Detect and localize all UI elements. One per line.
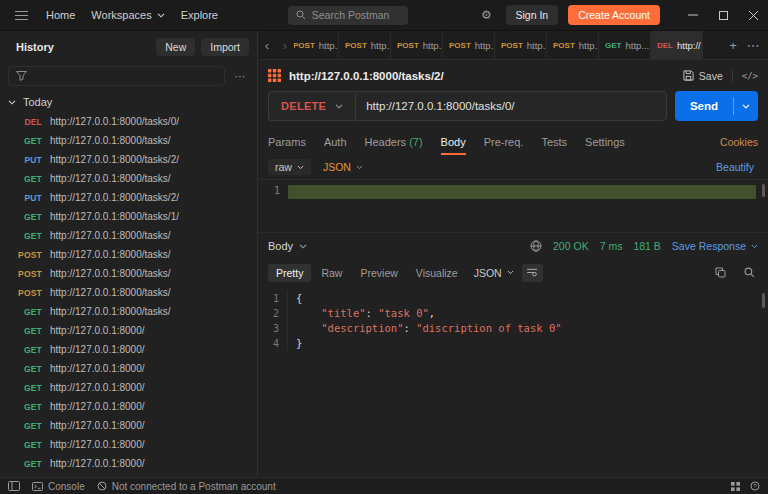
response-language-select[interactable]: JSON (474, 267, 514, 279)
history-more-icon[interactable]: ⋯ (231, 67, 249, 85)
request-tab-item[interactable]: DEL http:// (651, 31, 703, 59)
tab-options-icon[interactable]: ⋯ (744, 36, 762, 54)
history-item[interactable]: POST http://127.0.0.1:8000/tasks/ (0, 283, 257, 302)
send-button[interactable]: Send (675, 91, 733, 121)
tab-scroll-right-icon[interactable]: › (276, 31, 294, 59)
filter-icon (16, 71, 27, 81)
history-item-method: GET (14, 212, 42, 222)
request-tab-item[interactable]: GET http... (599, 31, 651, 59)
request-tab[interactable]: Body (441, 136, 466, 148)
response-body-viewer[interactable]: 1 { 2 "title": "task 0", 3 "description"… (258, 286, 768, 477)
request-tab[interactable]: Params (268, 136, 306, 148)
code-snippet-icon[interactable]: </> (742, 71, 758, 81)
url-row: DELETE Send (258, 91, 768, 129)
history-item[interactable]: DEL http://127.0.0.1:8000/tasks/0/ (0, 112, 257, 131)
sign-in-button[interactable]: Sign In (506, 5, 559, 25)
history-item[interactable]: GET http://127.0.0.1:8000/tasks/1/ (0, 207, 257, 226)
history-item[interactable]: GET http://127.0.0.1:8000/ (0, 378, 257, 397)
nav-workspaces[interactable]: Workspaces (91, 9, 164, 21)
history-item[interactable]: GET http://127.0.0.1:8000/tasks/ (0, 131, 257, 150)
history-item[interactable]: GET http://127.0.0.1:8000/tasks/ (0, 169, 257, 188)
help-icon[interactable]: ? (750, 481, 760, 491)
tab-method: POST (449, 41, 471, 50)
history-item-method: PUT (14, 155, 42, 165)
tab-scroll-left-icon[interactable]: ‹ (258, 31, 276, 59)
history-item[interactable]: GET http://127.0.0.1:8000/ (0, 340, 257, 359)
history-filter-input[interactable] (33, 70, 217, 82)
history-item[interactable]: PUT http://127.0.0.1:8000/tasks/2/ (0, 150, 257, 169)
copy-icon[interactable] (711, 264, 729, 282)
two-pane-icon[interactable] (731, 482, 740, 491)
nav-home[interactable]: Home (46, 9, 75, 21)
request-tab-item[interactable]: POST http... (339, 31, 391, 59)
new-button[interactable]: New (156, 38, 195, 56)
close-icon[interactable] (738, 0, 768, 30)
response-tab[interactable]: Pretty (268, 264, 311, 282)
request-body-editor[interactable]: 1 (258, 179, 768, 232)
history-item[interactable]: PUT http://127.0.0.1:8000/tasks/2/ (0, 188, 257, 207)
request-tab[interactable]: Auth (324, 136, 347, 148)
history-item[interactable]: GET http://127.0.0.1:8000/ (0, 397, 257, 416)
history-item-url: http://127.0.0.1:8000/tasks/ (50, 135, 171, 146)
maximize-icon[interactable] (708, 0, 738, 30)
history-item[interactable]: GET http://127.0.0.1:8000/tasks/ (0, 302, 257, 321)
body-format-row: raw JSON Beautify (258, 155, 768, 179)
request-tab-item[interactable]: POST http... (391, 31, 443, 59)
minimize-icon[interactable] (678, 0, 708, 30)
editor-scrollbar[interactable] (762, 184, 765, 197)
history-item[interactable]: POST http://127.0.0.1:8000/tasks/ (0, 245, 257, 264)
history-item[interactable]: GET http://127.0.0.1:8000/ (0, 359, 257, 378)
wrap-line-icon[interactable] (522, 264, 543, 282)
menu-icon[interactable] (12, 6, 30, 24)
save-response-button[interactable]: Save Response (672, 240, 758, 252)
search-postman-box[interactable]: Search Postman (288, 6, 408, 25)
response-tab[interactable]: Preview (352, 264, 405, 282)
method-label: DELETE (281, 100, 326, 112)
response-scrollbar[interactable] (762, 293, 765, 308)
cookies-link[interactable]: Cookies (720, 136, 758, 148)
body-language-select[interactable]: JSON (323, 161, 363, 173)
request-tab[interactable]: Pre-req. (484, 136, 524, 148)
method-select[interactable]: DELETE (268, 91, 355, 121)
settings-gear-icon[interactable]: ⚙ (478, 6, 496, 24)
console-icon (32, 482, 43, 491)
request-tab-item[interactable]: POST http... (547, 31, 599, 59)
chevron-down-icon (356, 165, 363, 170)
console-button[interactable]: Console (32, 481, 85, 492)
create-account-button[interactable]: Create Account (568, 5, 660, 25)
request-tab[interactable]: Headers (7) (365, 136, 423, 148)
history-item-url: http://127.0.0.1:8000/ (50, 401, 145, 412)
history-group-today[interactable]: Today (0, 92, 257, 112)
url-input[interactable] (355, 91, 667, 121)
history-item[interactable]: GET http://127.0.0.1:8000/ (0, 321, 257, 340)
request-tab[interactable]: Tests (541, 136, 567, 148)
request-grid-icon (268, 69, 281, 82)
line-number: 2 (258, 306, 288, 321)
search-response-icon[interactable] (740, 264, 758, 282)
body-format-select[interactable]: raw (268, 159, 311, 175)
response-body-select[interactable]: Body (268, 240, 307, 252)
nav-explore[interactable]: Explore (181, 9, 218, 21)
history-item[interactable]: GET http://127.0.0.1:8000/ (0, 416, 257, 435)
save-button[interactable]: Save (683, 70, 723, 82)
response-tab[interactable]: Visualize (408, 264, 466, 282)
request-tab[interactable]: Settings (585, 136, 625, 148)
request-tab-item[interactable]: POST http... (495, 31, 547, 59)
beautify-link[interactable]: Beautify (716, 161, 758, 173)
send-options-icon[interactable] (734, 91, 758, 121)
history-item[interactable]: GET http://127.0.0.1:8000/ (0, 454, 257, 473)
new-tab-icon[interactable]: + (724, 36, 742, 54)
sidebar-toggle-icon[interactable] (8, 481, 20, 491)
history-item[interactable]: GET http://127.0.0.1:8000/tasks/ (0, 226, 257, 245)
history-item[interactable]: POST http://127.0.0.1:8000/tasks/ (0, 264, 257, 283)
editor-text-selection (288, 185, 756, 199)
history-item[interactable]: GET http://127.0.0.1:8000/ (0, 435, 257, 454)
history-item-url: http://127.0.0.1:8000/ (50, 344, 145, 355)
request-tab-item[interactable]: POST http... (443, 31, 495, 59)
response-tab[interactable]: Raw (313, 264, 350, 282)
line-content: "description": "discription of task 0" (288, 321, 562, 336)
request-tab-item[interactable]: POST http... (294, 31, 339, 59)
line-number: 1 (258, 291, 288, 306)
import-button[interactable]: Import (201, 38, 249, 56)
network-globe-icon[interactable] (530, 240, 542, 252)
